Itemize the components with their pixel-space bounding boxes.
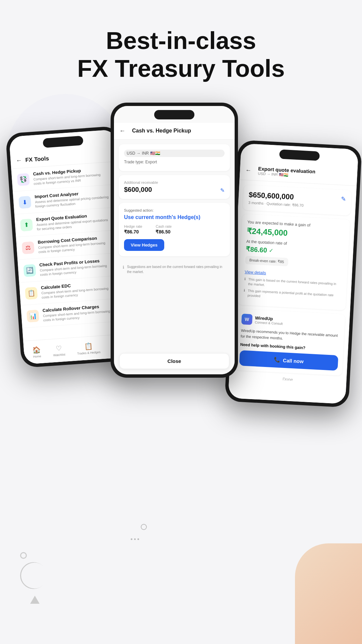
list-icon-borrowing: ⚖: [22, 241, 35, 254]
wiredup-brand: W WiredUp Connect & Consult: [241, 314, 340, 329]
call-now-label: Call now: [283, 357, 304, 364]
phone-center-notch: [154, 110, 194, 119]
deco-arc: [14, 556, 52, 594]
list-icon-cash-hedge: 💱: [17, 173, 29, 185]
flag-icons: 🇺🇸🇮🇳: [150, 151, 160, 156]
amount-card: Additional receivable $600,000 ✎: [119, 175, 230, 199]
trade-type: Trade type: Export: [124, 160, 225, 164]
phone-right-screen: ← Export quote evaluation USD → INR 🇺🇸🇮🇳: [228, 143, 358, 404]
cash-rate-label: Cash rate: [156, 224, 172, 228]
rate-value: ₹86.60: [246, 245, 267, 254]
deco-dots: [131, 538, 139, 540]
suggested-card: Suggested action: Use current month's He…: [119, 203, 230, 256]
cvh-back-icon[interactable]: ←: [119, 127, 125, 135]
cvh-body: USD → INR 🇺🇸🇮🇳 Trade type: Export Additi…: [114, 140, 235, 283]
wiredup-question: Need help with booking this gain?: [240, 342, 339, 352]
breakeven-badge: Break-even rate: ₹85: [245, 256, 288, 266]
suggested-action: Use current month's Hedge(s): [124, 214, 225, 220]
info-text: Suggestions are based on the current for…: [127, 264, 226, 274]
check-icon: ✓: [269, 247, 274, 254]
hero-title: Best-in-class FX Treasury Tools: [0, 0, 362, 96]
phone-center: ← Cash vs. Hedge Pickup USD → INR 🇺🇸🇮🇳 T…: [111, 103, 238, 378]
wiredup-card: W WiredUp Connect & Consult WiredUp reco…: [234, 309, 345, 376]
currency-badge: USD → INR 🇺🇸🇮🇳: [124, 150, 225, 157]
hand-illustration: [295, 543, 362, 644]
eq-edit-icon[interactable]: ✎: [341, 195, 346, 203]
edit-icon[interactable]: ✎: [220, 187, 225, 194]
call-now-button[interactable]: 📞 Call now: [239, 350, 338, 371]
phones-container: ← FX Tools 💱 Cash vs. Hedge Pickup Compa…: [0, 103, 362, 472]
deco-triangle: [30, 596, 40, 604]
currency-to: INR: [142, 151, 149, 156]
hero-section: Best-in-class FX Treasury Tools: [0, 0, 362, 96]
deco-circle: [20, 552, 27, 559]
bnav-watchlist[interactable]: ♡ Watchlist: [53, 344, 66, 357]
wiredup-text: WiredUp recommends you to Hedge the rece…: [241, 328, 340, 344]
decorative-shapes: [20, 552, 47, 604]
eq-body: $650,600,000 3 months · Quotation rate: …: [229, 180, 357, 384]
field-label: Additional receivable: [124, 180, 158, 184]
rate-row: Hedge rate ₹86.70 Cash rate ₹86.50: [124, 224, 225, 234]
arrow-icon: →: [136, 151, 140, 156]
phone-right-notch: [279, 149, 320, 161]
field-value: $600,000: [124, 186, 158, 194]
suggested-label: Suggested action:: [124, 208, 225, 212]
fx-tools-title: FX Tools: [25, 155, 49, 163]
list-icon-profits: 🔄: [23, 264, 36, 277]
cvh-header: ← Cash vs. Hedge Pickup: [114, 123, 235, 140]
view-hedges-button[interactable]: View Hedges: [124, 239, 164, 251]
back-icon[interactable]: ←: [16, 157, 22, 164]
deco-circle-sm: [141, 524, 147, 530]
eq-amount-card: $650,600,000 3 months · Quotation rate: …: [243, 185, 352, 216]
title-line1: Best-in-class: [106, 27, 256, 54]
trades-icon: 📋: [84, 342, 93, 351]
list-icon-rollover: 📊: [26, 309, 39, 322]
info-circle-icon: ℹ: [123, 264, 124, 274]
bnav-trades[interactable]: 📋 Trades & Hedges: [76, 341, 101, 355]
cvh-title: Cash vs. Hedge Pickup: [132, 128, 191, 134]
hedge-rate-value: ₹86.70: [124, 229, 142, 234]
wiredup-logo: W: [241, 314, 253, 325]
gain-card: You are expected to make a gain of ₹24,4…: [238, 214, 350, 310]
list-icon-import: ⬇: [18, 196, 31, 208]
list-icon-export: ⬆: [20, 218, 33, 231]
info-icon-1: ℹ: [244, 277, 246, 286]
hedge-rate-label: Hedge rate: [124, 224, 142, 228]
watchlist-icon: ♡: [56, 344, 62, 352]
currency-from: USD: [127, 151, 135, 156]
phone-center-screen: ← Cash vs. Hedge Pickup USD → INR 🇺🇸🇮🇳 T…: [114, 106, 235, 374]
eq-back-icon[interactable]: ←: [245, 166, 251, 174]
done-hint[interactable]: Done: [234, 374, 342, 384]
close-button[interactable]: Close: [119, 353, 229, 369]
eq-currency: USD → INR: [258, 171, 278, 176]
phone-icon: 📞: [274, 357, 281, 363]
list-icon-edc: 📋: [25, 286, 38, 299]
bnav-home[interactable]: 🏠 Home: [32, 345, 42, 359]
title-line2: FX Treasury Tools: [77, 55, 285, 82]
cash-rate-value: ₹86.50: [156, 229, 172, 234]
eq-amount: $650,600,000: [248, 190, 304, 202]
info-box: ℹ Suggestions are based on the current f…: [119, 260, 230, 278]
home-icon: 🏠: [32, 345, 41, 354]
list-text-cash-hedge: Cash vs. Hedge Pickup Compare short-term…: [33, 166, 109, 185]
phone-right: ← Export quote evaluation USD → INR 🇺🇸🇮🇳: [225, 140, 362, 407]
info-icon-2: ℹ: [243, 288, 245, 298]
eq-flags: 🇺🇸🇮🇳: [279, 172, 288, 177]
currency-card: USD → INR 🇺🇸🇮🇳 Trade type: Export: [119, 144, 230, 171]
